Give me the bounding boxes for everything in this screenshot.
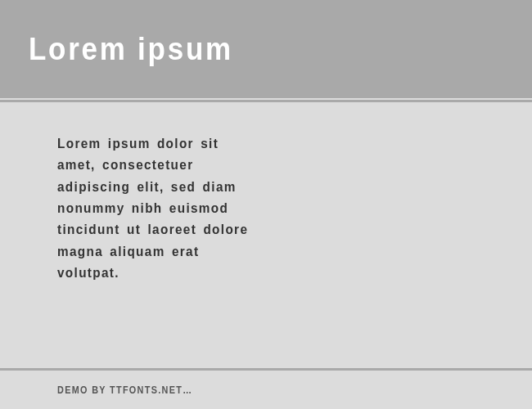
footer-demo-text: DEMO BY TTFONTS.NET… — [57, 384, 192, 396]
header-banner: Lorem ipsum — [0, 0, 532, 98]
footer-bar: DEMO BY TTFONTS.NET… — [0, 368, 532, 409]
page-title: Lorem ipsum — [29, 32, 233, 67]
body-paragraph: Lorem ipsum dolor sit amet, consectetuer… — [57, 133, 256, 284]
content-area: Lorem ipsum dolor sit amet, consectetuer… — [0, 102, 336, 315]
